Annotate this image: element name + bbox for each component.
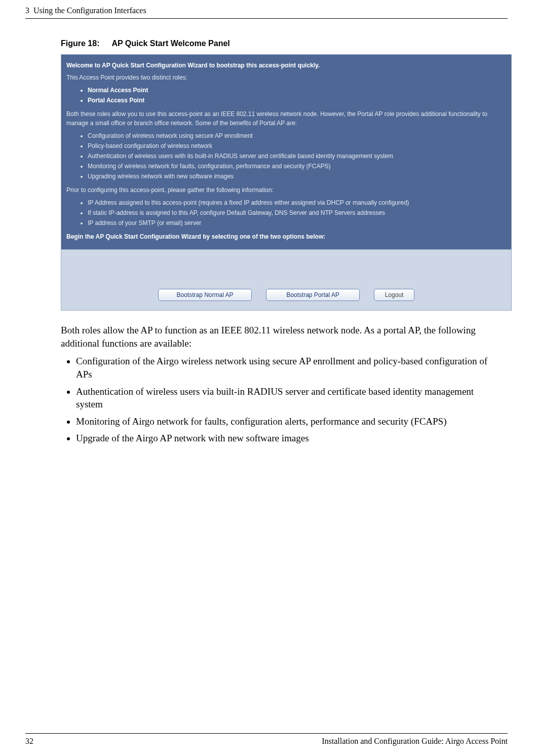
list-item: Monitoring of Airgo network for faults, … [76, 415, 492, 428]
list-item: Policy-based configuration of wireless n… [88, 141, 506, 151]
body-paragraph-block: Both roles allow the AP to function as a… [61, 324, 492, 445]
wizard-button-bar: Bootstrap Normal AP Bootstrap Portal AP … [61, 249, 511, 310]
roles-intro: This Access Point provides two distinct … [66, 73, 506, 82]
roles-list: Normal Access Point Portal Access Point [88, 85, 506, 105]
list-item: Authentication of wireless users via bui… [76, 385, 492, 411]
list-item: Configuration of wireless network using … [88, 131, 506, 141]
figure-label: Figure 18: [61, 39, 99, 48]
begin-text: Begin the AP Quick Start Configuration W… [66, 232, 506, 241]
page-footer: 32 Installation and Configuration Guide:… [25, 733, 508, 746]
both-roles-text: Both these roles allow you to use this a… [66, 109, 506, 128]
list-item: IP address of your SMTP (or email) serve… [88, 218, 506, 228]
page-number: 32 [25, 737, 33, 746]
role-portal: Portal Access Point [88, 95, 506, 105]
figure-title: AP Quick Start Welcome Panel [111, 39, 230, 48]
gather-intro: Prior to configuring this access-point, … [66, 185, 506, 195]
bootstrap-portal-button[interactable]: Bootstrap Portal AP [266, 289, 360, 301]
list-item: Upgrade of the Airgo AP network with new… [76, 432, 492, 445]
benefits-list: Configuration of wireless network using … [88, 131, 506, 181]
list-item: If static IP-address is assigned to this… [88, 208, 506, 218]
list-item: Configuration of the Airgo wireless netw… [76, 355, 492, 381]
doc-title: Installation and Configuration Guide: Ai… [322, 737, 508, 746]
role-normal: Normal Access Point [88, 85, 506, 95]
list-item: IP Address assigned to this access-point… [88, 198, 506, 208]
wizard-panel-screenshot: Welcome to AP Quick Start Configuration … [61, 54, 512, 311]
gather-list: IP Address assigned to this access-point… [88, 198, 506, 228]
figure-caption: Figure 18:AP Quick Start Welcome Panel [61, 39, 508, 48]
bootstrap-normal-button[interactable]: Bootstrap Normal AP [158, 289, 252, 301]
body-list: Configuration of the Airgo wireless netw… [76, 355, 492, 445]
list-item: Monitoring of wireless network for fault… [88, 161, 506, 171]
page-header: 3 Using the Configuration Interfaces [25, 0, 508, 19]
chapter-number: 3 [25, 6, 29, 15]
list-item: Upgrading wireless network with new soft… [88, 171, 506, 181]
list-item: Authentication of wireless users with it… [88, 151, 506, 161]
chapter-label: 3 Using the Configuration Interfaces [25, 6, 146, 15]
body-intro: Both roles allow the AP to function as a… [61, 324, 492, 350]
logout-button[interactable]: Logout [374, 289, 414, 301]
welcome-heading: Welcome to AP Quick Start Configuration … [66, 61, 506, 70]
wizard-info-panel: Welcome to AP Quick Start Configuration … [61, 55, 511, 249]
chapter-title: Using the Configuration Interfaces [33, 6, 146, 15]
